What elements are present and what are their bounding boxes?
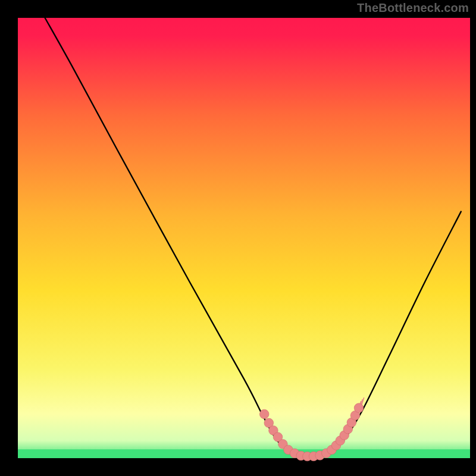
bottleneck-chart [0,0,476,476]
watermark-text: TheBottleneck.com [357,1,469,15]
chart-stage: TheBottleneck.com [0,0,476,476]
svg-point-24 [259,409,269,419]
svg-point-43 [354,403,364,413]
optimal-zone-band [18,449,470,458]
plot-background [18,18,470,458]
